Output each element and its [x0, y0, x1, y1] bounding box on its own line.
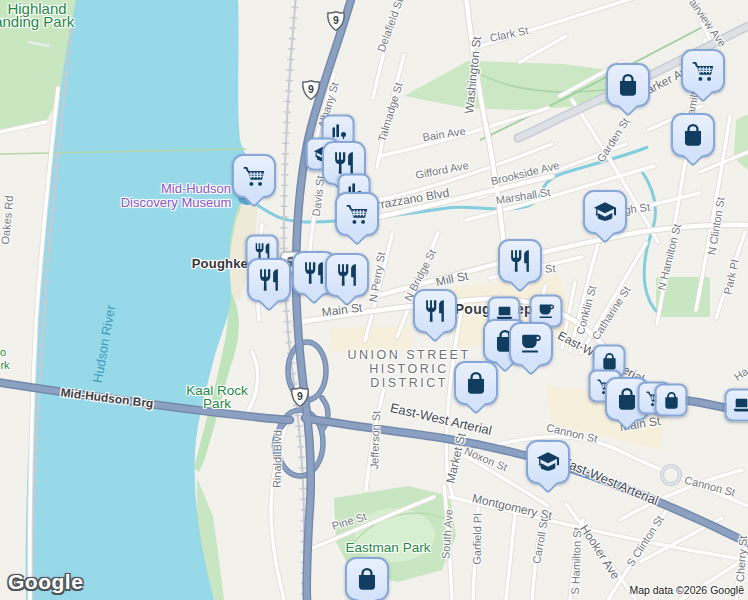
restaurant-poi-marker[interactable] [247, 258, 291, 302]
shopping-bag-icon [345, 557, 389, 600]
restaurant-icon [413, 289, 457, 333]
laptop-icon [725, 389, 748, 422]
shopping-poi-marker[interactable] [606, 63, 650, 107]
restaurant-poi-marker[interactable] [413, 289, 457, 333]
school-poi-marker[interactable] [526, 440, 570, 484]
restaurant-icon [498, 239, 542, 283]
shopping-bag-icon [454, 361, 498, 405]
shopping-poi-marker[interactable] [345, 557, 389, 600]
grocery-store-poi-marker[interactable] [681, 49, 725, 93]
shopping-bag-icon [606, 63, 650, 107]
coffee-cup-icon [509, 322, 553, 366]
shopping-cart-icon [335, 192, 379, 236]
shopping-poi-marker[interactable] [454, 361, 498, 405]
shopping-cart-icon [232, 154, 276, 198]
map-canvas[interactable]: HighlandLanding ParkOakes RdorkHudson Ri… [0, 0, 748, 600]
shopping-cart-icon [681, 49, 725, 93]
restaurant-icon [325, 253, 369, 297]
electronics-store-poi-marker[interactable] [725, 389, 748, 422]
shopping-poi-marker[interactable] [671, 113, 715, 157]
cafe-poi-marker[interactable] [509, 322, 553, 366]
graduation-cap-icon [583, 190, 627, 234]
map-attribution: Map data ©2026 Google [629, 584, 744, 596]
graduation-cap-icon [526, 440, 570, 484]
google-logo[interactable]: Google [8, 570, 83, 594]
poi-markers-layer [0, 0, 748, 600]
restaurant-poi-marker[interactable] [498, 239, 542, 283]
restaurant-icon [247, 258, 291, 302]
restaurant-poi-marker[interactable] [325, 253, 369, 297]
grocery-store-poi-marker[interactable] [232, 154, 276, 198]
shopping-bag-icon [671, 113, 715, 157]
shopping-bag-icon [655, 384, 688, 417]
grocery-store-poi-marker[interactable] [335, 192, 379, 236]
school-poi-marker[interactable] [583, 190, 627, 234]
shopping-poi-marker[interactable] [655, 384, 688, 417]
